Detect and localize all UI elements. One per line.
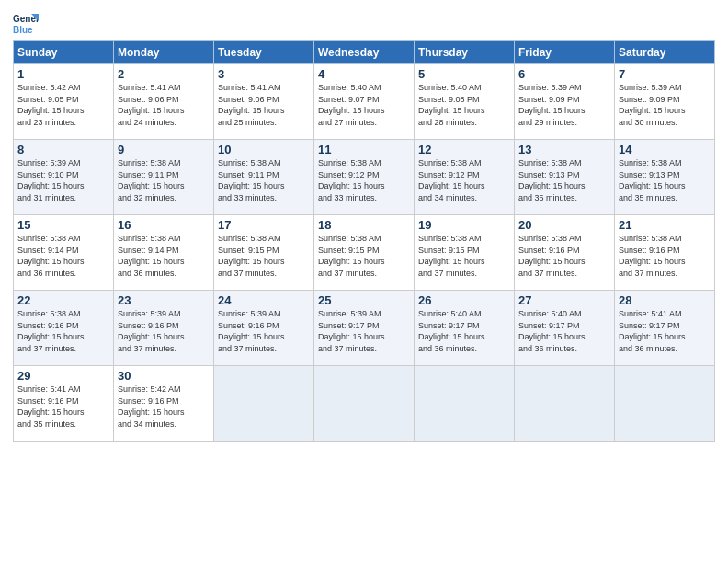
day-info: Sunrise: 5:38 AM Sunset: 9:11 PM Dayligh… bbox=[218, 157, 310, 203]
calendar-cell: 26Sunrise: 5:40 AM Sunset: 9:17 PM Dayli… bbox=[415, 291, 515, 366]
calendar-cell: 3Sunrise: 5:41 AM Sunset: 9:06 PM Daylig… bbox=[214, 64, 314, 140]
day-info: Sunrise: 5:40 AM Sunset: 9:07 PM Dayligh… bbox=[318, 82, 410, 128]
calendar-cell: 24Sunrise: 5:39 AM Sunset: 9:16 PM Dayli… bbox=[214, 291, 314, 366]
day-number: 18 bbox=[318, 218, 410, 232]
day-number: 25 bbox=[318, 293, 410, 307]
day-number: 10 bbox=[218, 143, 310, 156]
day-number: 21 bbox=[619, 218, 711, 232]
day-info: Sunrise: 5:39 AM Sunset: 9:16 PM Dayligh… bbox=[118, 308, 210, 354]
logo: General Blue bbox=[13, 9, 42, 35]
calendar-cell bbox=[415, 366, 515, 442]
day-info: Sunrise: 5:38 AM Sunset: 9:14 PM Dayligh… bbox=[17, 233, 109, 279]
day-info: Sunrise: 5:38 AM Sunset: 9:16 PM Dayligh… bbox=[619, 233, 711, 279]
day-number: 6 bbox=[518, 67, 610, 81]
calendar-cell: 11Sunrise: 5:38 AM Sunset: 9:12 PM Dayli… bbox=[314, 140, 415, 215]
day-number: 4 bbox=[318, 67, 410, 81]
calendar-cell: 27Sunrise: 5:40 AM Sunset: 9:17 PM Dayli… bbox=[515, 291, 615, 366]
calendar-cell bbox=[314, 366, 415, 442]
calendar-cell: 28Sunrise: 5:41 AM Sunset: 9:17 PM Dayli… bbox=[615, 291, 715, 366]
day-info: Sunrise: 5:42 AM Sunset: 9:16 PM Dayligh… bbox=[118, 384, 210, 430]
calendar-cell: 21Sunrise: 5:38 AM Sunset: 9:16 PM Dayli… bbox=[615, 215, 715, 291]
calendar-table: SundayMondayTuesdayWednesdayThursdayFrid… bbox=[13, 40, 715, 442]
day-info: Sunrise: 5:38 AM Sunset: 9:13 PM Dayligh… bbox=[518, 157, 610, 203]
weekday-header-tuesday: Tuesday bbox=[214, 41, 314, 64]
day-number: 22 bbox=[17, 293, 109, 307]
day-info: Sunrise: 5:38 AM Sunset: 9:16 PM Dayligh… bbox=[518, 233, 610, 279]
calendar-cell: 12Sunrise: 5:38 AM Sunset: 9:12 PM Dayli… bbox=[415, 140, 515, 215]
day-info: Sunrise: 5:39 AM Sunset: 9:16 PM Dayligh… bbox=[218, 308, 310, 354]
svg-text:Blue: Blue bbox=[13, 25, 33, 35]
day-number: 15 bbox=[17, 218, 109, 232]
day-info: Sunrise: 5:41 AM Sunset: 9:06 PM Dayligh… bbox=[118, 82, 210, 128]
calendar-cell: 30Sunrise: 5:42 AM Sunset: 9:16 PM Dayli… bbox=[114, 366, 214, 442]
day-number: 26 bbox=[418, 293, 510, 307]
calendar-cell bbox=[515, 366, 615, 442]
day-number: 19 bbox=[418, 218, 510, 232]
day-number: 2 bbox=[118, 67, 210, 81]
day-number: 5 bbox=[418, 67, 510, 81]
header: General Blue bbox=[13, 9, 715, 35]
day-info: Sunrise: 5:39 AM Sunset: 9:10 PM Dayligh… bbox=[17, 157, 109, 203]
day-number: 30 bbox=[118, 369, 210, 383]
day-info: Sunrise: 5:38 AM Sunset: 9:16 PM Dayligh… bbox=[17, 308, 109, 354]
day-number: 7 bbox=[619, 67, 711, 81]
day-info: Sunrise: 5:38 AM Sunset: 9:15 PM Dayligh… bbox=[418, 233, 510, 279]
day-number: 13 bbox=[518, 143, 610, 156]
day-info: Sunrise: 5:39 AM Sunset: 9:17 PM Dayligh… bbox=[318, 308, 410, 354]
calendar-cell: 10Sunrise: 5:38 AM Sunset: 9:11 PM Dayli… bbox=[214, 140, 314, 215]
day-number: 28 bbox=[619, 293, 711, 307]
calendar-cell: 29Sunrise: 5:41 AM Sunset: 9:16 PM Dayli… bbox=[14, 366, 114, 442]
calendar-cell bbox=[615, 366, 715, 442]
day-number: 11 bbox=[318, 143, 410, 156]
calendar-cell: 1Sunrise: 5:42 AM Sunset: 9:05 PM Daylig… bbox=[14, 64, 114, 140]
day-info: Sunrise: 5:38 AM Sunset: 9:11 PM Dayligh… bbox=[118, 157, 210, 203]
day-number: 17 bbox=[218, 218, 310, 232]
calendar-cell: 17Sunrise: 5:38 AM Sunset: 9:15 PM Dayli… bbox=[214, 215, 314, 291]
weekday-header-wednesday: Wednesday bbox=[314, 41, 415, 64]
day-number: 27 bbox=[518, 293, 610, 307]
calendar-cell: 23Sunrise: 5:39 AM Sunset: 9:16 PM Dayli… bbox=[114, 291, 214, 366]
calendar-cell: 5Sunrise: 5:40 AM Sunset: 9:08 PM Daylig… bbox=[415, 64, 515, 140]
calendar-cell: 15Sunrise: 5:38 AM Sunset: 9:14 PM Dayli… bbox=[14, 215, 114, 291]
day-info: Sunrise: 5:38 AM Sunset: 9:15 PM Dayligh… bbox=[318, 233, 410, 279]
calendar-cell: 19Sunrise: 5:38 AM Sunset: 9:15 PM Dayli… bbox=[415, 215, 515, 291]
day-info: Sunrise: 5:38 AM Sunset: 9:12 PM Dayligh… bbox=[418, 157, 510, 203]
calendar-cell: 8Sunrise: 5:39 AM Sunset: 9:10 PM Daylig… bbox=[14, 140, 114, 215]
calendar-cell: 4Sunrise: 5:40 AM Sunset: 9:07 PM Daylig… bbox=[314, 64, 415, 140]
day-number: 14 bbox=[619, 143, 711, 156]
weekday-header-friday: Friday bbox=[515, 41, 615, 64]
day-info: Sunrise: 5:40 AM Sunset: 9:17 PM Dayligh… bbox=[518, 308, 610, 354]
calendar-cell bbox=[214, 366, 314, 442]
day-info: Sunrise: 5:42 AM Sunset: 9:05 PM Dayligh… bbox=[17, 82, 109, 128]
day-number: 3 bbox=[218, 67, 310, 81]
day-info: Sunrise: 5:41 AM Sunset: 9:06 PM Dayligh… bbox=[218, 82, 310, 128]
day-info: Sunrise: 5:38 AM Sunset: 9:12 PM Dayligh… bbox=[318, 157, 410, 203]
day-number: 16 bbox=[118, 218, 210, 232]
calendar-cell: 22Sunrise: 5:38 AM Sunset: 9:16 PM Dayli… bbox=[14, 291, 114, 366]
page-container: General Blue SundayMondayTuesdayWednesda… bbox=[0, 0, 728, 451]
day-number: 12 bbox=[418, 143, 510, 156]
calendar-cell: 14Sunrise: 5:38 AM Sunset: 9:13 PM Dayli… bbox=[615, 140, 715, 215]
calendar-cell: 25Sunrise: 5:39 AM Sunset: 9:17 PM Dayli… bbox=[314, 291, 415, 366]
day-number: 9 bbox=[118, 143, 210, 156]
day-number: 8 bbox=[17, 143, 109, 156]
day-number: 1 bbox=[17, 67, 109, 81]
day-info: Sunrise: 5:41 AM Sunset: 9:16 PM Dayligh… bbox=[17, 384, 109, 430]
day-info: Sunrise: 5:40 AM Sunset: 9:17 PM Dayligh… bbox=[418, 308, 510, 354]
day-info: Sunrise: 5:39 AM Sunset: 9:09 PM Dayligh… bbox=[619, 82, 711, 128]
calendar-cell: 13Sunrise: 5:38 AM Sunset: 9:13 PM Dayli… bbox=[515, 140, 615, 215]
day-info: Sunrise: 5:38 AM Sunset: 9:13 PM Dayligh… bbox=[619, 157, 711, 203]
day-info: Sunrise: 5:40 AM Sunset: 9:08 PM Dayligh… bbox=[418, 82, 510, 128]
day-info: Sunrise: 5:38 AM Sunset: 9:15 PM Dayligh… bbox=[218, 233, 310, 279]
day-info: Sunrise: 5:39 AM Sunset: 9:09 PM Dayligh… bbox=[518, 82, 610, 128]
calendar-cell: 16Sunrise: 5:38 AM Sunset: 9:14 PM Dayli… bbox=[114, 215, 214, 291]
logo-icon: General Blue bbox=[13, 9, 39, 35]
weekday-header-monday: Monday bbox=[114, 41, 214, 64]
calendar-cell: 6Sunrise: 5:39 AM Sunset: 9:09 PM Daylig… bbox=[515, 64, 615, 140]
calendar-cell: 2Sunrise: 5:41 AM Sunset: 9:06 PM Daylig… bbox=[114, 64, 214, 140]
calendar-cell: 7Sunrise: 5:39 AM Sunset: 9:09 PM Daylig… bbox=[615, 64, 715, 140]
calendar-cell: 20Sunrise: 5:38 AM Sunset: 9:16 PM Dayli… bbox=[515, 215, 615, 291]
calendar-cell: 18Sunrise: 5:38 AM Sunset: 9:15 PM Dayli… bbox=[314, 215, 415, 291]
day-number: 24 bbox=[218, 293, 310, 307]
weekday-header-sunday: Sunday bbox=[14, 41, 114, 64]
